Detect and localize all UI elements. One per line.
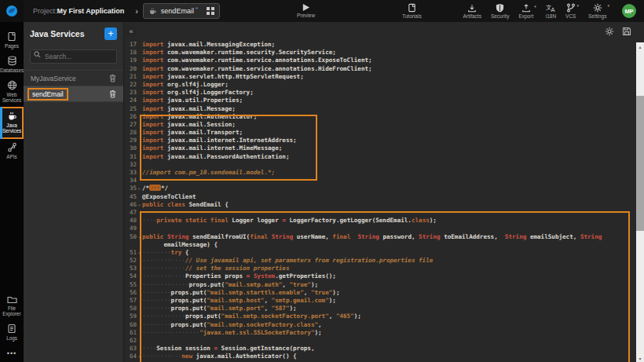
- code-line[interactable]: 63····Session session = Session.getInsta…: [124, 345, 636, 353]
- code-line[interactable]: 21import javax.servlet.http.HttpServletR…: [124, 73, 636, 81]
- code-line[interactable]: 34: [124, 177, 636, 185]
- settings-button[interactable]: Settings: [588, 3, 607, 19]
- add-service-button[interactable]: +: [104, 27, 117, 40]
- code-line[interactable]: 50▾public String sendEmailfromUI(final S…: [124, 233, 636, 241]
- code-line[interactable]: 23import org.slf4j.LoggerFactory;: [124, 89, 636, 97]
- project-breadcrumb[interactable]: Project:My First Application: [33, 7, 124, 15]
- code-line[interactable]: 27import javax.mail.Session;: [124, 121, 636, 129]
- sidebar-item-label: File Explorer: [0, 305, 24, 316]
- sidebar-item-web-services[interactable]: Web Services: [0, 77, 24, 107]
- delete-icon[interactable]: [109, 90, 116, 98]
- code-line[interactable]: 19import com.wavemaker.runtime.service.a…: [124, 57, 636, 64]
- fold-gutter: [137, 305, 142, 313]
- code-line[interactable]: 49: [124, 225, 636, 232]
- code-line[interactable]: 60········props.put("mail.smtp.socketFac…: [124, 321, 636, 329]
- code-line[interactable]: 46▾public class SendEmail {: [124, 201, 636, 209]
- security-button[interactable]: Security: [491, 3, 509, 19]
- search-input[interactable]: [30, 49, 117, 64]
- code-line[interactable]: 64▾···········new javax.mail.Authenticat…: [124, 353, 636, 360]
- code-text: import javax.mail.internet.MimeMessage;: [142, 144, 636, 152]
- code-line[interactable]: 55·············props.put("mail.smtp.auth…: [124, 281, 636, 289]
- code-line[interactable]: 61················"javax.net.ssl.SSLSock…: [124, 329, 636, 337]
- preview-button[interactable]: Preview: [297, 3, 315, 18]
- code-text: import org.slf4j.LoggerFactory;: [142, 89, 636, 97]
- code-line[interactable]: 26import javax.mail.Authenticator;: [124, 113, 636, 121]
- code-line[interactable]: 53············// set the session propert…: [124, 265, 636, 272]
- code-line[interactable]: 57········props.put("mail.smtp.host", "s…: [124, 297, 636, 305]
- security-label: Security: [491, 13, 509, 19]
- line-number: 35: [124, 185, 137, 192]
- fold-gutter: [137, 41, 142, 49]
- i18n-button[interactable]: 文 A i18N: [546, 4, 556, 19]
- code-line[interactable]: 30import javax.mail.internet.MimeMessage…: [124, 144, 636, 152]
- user-avatar[interactable]: MP: [622, 4, 636, 18]
- code-line[interactable]: emailMessage) {: [124, 241, 636, 249]
- sidebar-item-file-explorer[interactable]: File Explorer: [0, 292, 24, 320]
- tab-sendemail[interactable]: sendEmail *: [143, 3, 220, 19]
- code-text: ········props.put("mail.smtp.socketFacto…: [142, 321, 636, 329]
- service-row-myjavaservice[interactable]: MyJavaService: [24, 71, 123, 86]
- code-line[interactable]: 32: [124, 161, 636, 169]
- more-options-button[interactable]: •••: [7, 345, 16, 362]
- line-number: 62: [124, 337, 137, 345]
- vcs-caret-icon: ▾: [576, 3, 579, 8]
- fold-toggle-icon[interactable]: ▾: [137, 353, 142, 360]
- fold-toggle-icon[interactable]: ▾: [137, 249, 142, 257]
- code-line[interactable]: 54············Properties props = System.…: [124, 272, 636, 280]
- code-line[interactable]: 31import javax.mail.PasswordAuthenticati…: [124, 153, 636, 161]
- collapse-panel-button[interactable]: «: [126, 26, 137, 37]
- editor-settings-gear-icon[interactable]: [605, 27, 614, 36]
- code-line[interactable]: 51▾········try {: [124, 249, 636, 257]
- fold-gutter: [137, 225, 142, 232]
- code-line[interactable]: 52············// Use javamail api, set p…: [124, 257, 636, 265]
- artifacts-button[interactable]: Artifacts: [463, 4, 481, 19]
- code-line[interactable]: 18import com.wavemaker.runtime.security.…: [124, 49, 636, 57]
- service-list: MyJavaService sendEmail: [24, 70, 123, 102]
- code-line[interactable]: 29import javax.mail.internet.InternetAdd…: [124, 137, 636, 144]
- code-line[interactable]: 20import com.wavemaker.runtime.service.a…: [124, 65, 636, 73]
- vcs-button[interactable]: VCS: [565, 3, 576, 19]
- collapsed-fold-icon[interactable]: ···: [149, 185, 161, 191]
- scroll-down-arrow[interactable]: ▾: [636, 354, 644, 362]
- service-row-sendemail[interactable]: sendEmail: [24, 86, 123, 102]
- fold-gutter: [137, 177, 142, 185]
- code-line[interactable]: 62: [124, 337, 636, 345]
- code-line[interactable]: 48····private static final Logger logger…: [124, 217, 636, 225]
- code-line[interactable]: 17import javax.mail.MessagingException;: [124, 41, 636, 49]
- delete-icon[interactable]: [109, 74, 116, 82]
- scroll-up-arrow[interactable]: ▴: [636, 42, 644, 50]
- grid-icon[interactable]: [207, 7, 214, 15]
- shield-icon: [496, 3, 504, 13]
- fold-toggle-icon[interactable]: ▾: [137, 233, 142, 241]
- code-line[interactable]: 47: [124, 209, 636, 217]
- code-line[interactable]: 28import javax.mail.Transport;: [124, 129, 636, 137]
- fold-toggle-icon[interactable]: ▾: [137, 201, 142, 209]
- sidebar-item-java-services[interactable]: Java Services: [0, 107, 24, 139]
- code-line[interactable]: 58········props.put("mail.smtp.port", "5…: [124, 305, 636, 313]
- code-text: public String sendEmailfromUI(final Stri…: [142, 233, 636, 241]
- sidebar-item-databases[interactable]: Databases: [0, 53, 24, 77]
- code-line[interactable]: 59············props.put("mail.smtp.socke…: [124, 313, 636, 320]
- scrollbar-thumb[interactable]: [636, 96, 644, 231]
- code-line[interactable]: 25import javax.mail.Message;: [124, 105, 636, 113]
- save-icon[interactable]: [622, 27, 631, 36]
- sidebar-item-label: APIs: [6, 154, 16, 159]
- tutorials-label: Tutorials: [402, 13, 422, 19]
- line-number: 22: [124, 81, 137, 89]
- code-line[interactable]: 35▸/*···*/: [124, 185, 636, 192]
- sidebar-item-apis[interactable]: APIs: [0, 139, 24, 163]
- code-line[interactable]: 33//import com.pm_10.sendemail.model.*;: [124, 169, 636, 177]
- code-line[interactable]: 45@ExposeToClient: [124, 193, 636, 201]
- fold-toggle-icon[interactable]: ▸: [137, 185, 142, 192]
- sidebar-item-logs[interactable]: Logs: [0, 320, 24, 345]
- fold-gutter: [137, 265, 142, 272]
- code-content[interactable]: 17import javax.mail.MessagingException;1…: [124, 41, 636, 362]
- wavemaker-logo[interactable]: [0, 0, 24, 22]
- vertical-scrollbar[interactable]: ▴ ▾: [636, 42, 644, 362]
- tutorials-button[interactable]: Tutorials: [402, 3, 422, 19]
- sidebar-item-pages[interactable]: Pages: [0, 28, 24, 53]
- export-button[interactable]: Export: [518, 4, 533, 19]
- code-line[interactable]: 56········props.put("mail.smtp.starttls.…: [124, 289, 636, 297]
- code-line[interactable]: 22import org.slf4j.Logger;: [124, 81, 636, 89]
- code-line[interactable]: 24import java.util.Properties;: [124, 97, 636, 104]
